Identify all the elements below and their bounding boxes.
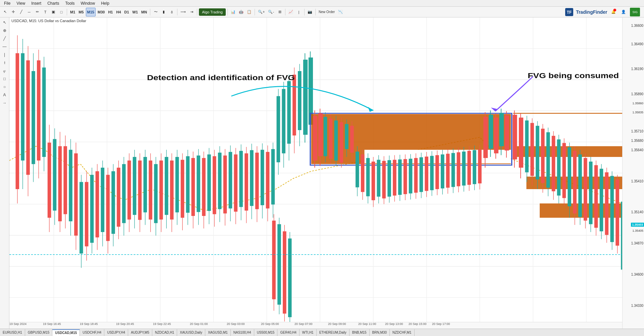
svg-rect-261 — [277, 224, 281, 305]
new-order-btn[interactable]: New Order — [317, 8, 336, 16]
volume-btn[interactable]: 📈 — [287, 8, 294, 16]
grid-btn[interactable]: ⊞ — [276, 8, 283, 16]
svg-rect-185 — [441, 155, 444, 188]
svg-rect-219 — [536, 126, 539, 179]
tab-usdjpy-h4[interactable]: USDJPY,H4 — [104, 329, 128, 336]
draw-arrow[interactable]: → — [1, 99, 9, 107]
tf-m15[interactable]: M15 — [86, 8, 96, 16]
chart-type-line[interactable]: 〜 — [152, 8, 159, 16]
menu-file[interactable]: File — [1, 0, 13, 6]
draw-hline[interactable]: — — [1, 43, 9, 50]
tf-mn[interactable]: MN — [140, 8, 148, 16]
draw-rect[interactable]: □ — [1, 75, 9, 82]
crosshair-tool[interactable]: ✛ — [9, 8, 17, 16]
chart-type-bar[interactable]: ▮ — [160, 8, 167, 16]
draw-vline[interactable]: | — [1, 51, 9, 58]
time-12: 20 Sep 15:00 — [409, 322, 427, 326]
rectangle-tool[interactable]: □ — [58, 8, 65, 16]
tab-brn-m30[interactable]: BRN,M30 — [370, 329, 390, 336]
tab-xagusd-m1[interactable]: XAGUSD,M1 — [205, 329, 231, 336]
tf-d1[interactable]: D1 — [123, 8, 130, 16]
tab-xauusd-daily[interactable]: XAUUSD,Daily — [177, 329, 205, 336]
draw-ellipse[interactable]: ○ — [1, 83, 9, 91]
svg-rect-61 — [111, 171, 115, 234]
menu-window[interactable]: Window — [78, 0, 98, 6]
svg-rect-159 — [372, 162, 375, 200]
tf-w1[interactable]: W1 — [131, 8, 140, 16]
draw-cursor[interactable]: ↖ — [1, 19, 9, 26]
tf-m30[interactable]: M30 — [96, 8, 106, 16]
menu-help[interactable]: Help — [98, 0, 112, 6]
tab-eurusd-h1[interactable]: EURUSD,H1 — [0, 329, 25, 336]
tf-h1[interactable]: H1 — [107, 8, 114, 16]
notifications-btn[interactable]: 🔔 ! — [610, 8, 617, 16]
time-13: 20 Sep 17:00 — [432, 322, 450, 326]
svg-rect-99 — [213, 156, 216, 214]
menu-charts[interactable]: Charts — [45, 0, 62, 6]
menu-view[interactable]: View — [14, 0, 28, 6]
menu-tools[interactable]: Tools — [63, 0, 77, 6]
tab-nzdcad-h1[interactable]: NZDCAD,H1 — [152, 329, 177, 336]
svg-rect-35 — [42, 67, 46, 157]
indicators-btn[interactable]: 📊 — [229, 8, 237, 16]
depth-market-btn[interactable]: 📋 — [246, 8, 253, 16]
tab-wti-h1[interactable]: WTI,H1 — [300, 329, 317, 336]
svg-rect-111 — [245, 153, 248, 211]
tab-nzdchf-m1[interactable]: NZDCHF,M1 — [390, 329, 415, 336]
account-btn[interactable]: 👤 — [620, 8, 627, 16]
chart-type-candlestick[interactable]: 🕯 — [168, 8, 175, 16]
tab-usdcad-m15[interactable]: USDCAD,M15 — [52, 329, 80, 336]
price-14: 1.34330 — [631, 304, 643, 307]
text-tool[interactable]: T — [42, 8, 49, 16]
tf-h4[interactable]: H4 — [115, 8, 122, 16]
screenshot-btn[interactable]: 📷 — [306, 8, 314, 16]
svg-rect-213 — [519, 118, 523, 168]
tab-audjpy-m5[interactable]: AUDJPY,M5 — [128, 329, 152, 336]
chart-svg[interactable]: Detection and identification of FVG FVG … — [9, 17, 644, 329]
svg-rect-95 — [202, 158, 206, 216]
svg-rect-91 — [191, 158, 195, 216]
menu-insert[interactable]: Insert — [29, 0, 44, 6]
signal-btn[interactable]: SIG — [630, 8, 640, 16]
autoscroll-btn[interactable]: ⟶ — [179, 8, 187, 16]
hline-tool[interactable]: ─ — [25, 8, 33, 16]
tf-m1[interactable]: M1 — [69, 8, 76, 16]
price-8: 1.35680 — [631, 139, 643, 143]
draw-channel[interactable]: ⫲ — [1, 59, 9, 66]
zoom-in-btn[interactable]: 🔍+ — [257, 8, 266, 16]
draw-crosshair[interactable]: ⊕ — [1, 27, 9, 34]
market-watch-btn[interactable]: 📉 — [337, 8, 344, 16]
svg-rect-179 — [425, 157, 428, 191]
svg-rect-65 — [122, 164, 126, 223]
line-tool[interactable]: ╱ — [17, 8, 25, 16]
tab-ethereum-daily[interactable]: ETHEREUM,Daily — [317, 329, 350, 336]
svg-rect-239 — [589, 162, 593, 224]
draw-line[interactable]: ╱ — [1, 35, 9, 42]
tab-nas100-h4[interactable]: NAS100,H4 — [231, 329, 254, 336]
draw-text[interactable]: A — [1, 91, 9, 99]
svg-rect-37 — [48, 143, 51, 218]
tab-bnb-m15[interactable]: BNB,M15 — [350, 329, 370, 336]
tab-gbpusd-m15[interactable]: GBPUSD,M15 — [25, 329, 52, 336]
draw-fib[interactable]: 𝜑 — [1, 67, 9, 74]
zoom-out-btn[interactable]: 🔍- — [267, 8, 275, 16]
tab-ger40-h4[interactable]: GER40,H4 — [277, 329, 299, 336]
tab-usdchf-h4[interactable]: USDCHF,H4 — [80, 329, 104, 336]
period-sep-btn[interactable]: | — [295, 8, 303, 16]
tf-m5[interactable]: M5 — [77, 8, 85, 16]
svg-rect-263 — [283, 231, 286, 314]
expert-btn[interactable]: 🤖 — [237, 8, 245, 16]
cursor-tool[interactable]: ↖ — [1, 8, 9, 16]
tab-us500-m15[interactable]: US500,M15 — [254, 329, 278, 336]
chart-shift-btn[interactable]: ⇥ — [188, 8, 195, 16]
pencil-tool[interactable]: ✏ — [34, 8, 41, 16]
svg-rect-81 — [165, 157, 168, 215]
objects-tool[interactable]: ▣ — [50, 8, 57, 16]
chart-canvas-container[interactable]: USDCAD, M15: US Dollar vs Canadian Dolla… — [9, 17, 644, 329]
svg-text:TF: TF — [567, 10, 572, 15]
price-4: 1.35890 — [631, 92, 643, 96]
time-2: 19 Sep 18:45 — [80, 322, 98, 326]
svg-rect-241 — [594, 165, 598, 228]
svg-rect-227 — [557, 139, 561, 195]
algo-trading-button[interactable]: Algo Trading — [199, 8, 226, 16]
